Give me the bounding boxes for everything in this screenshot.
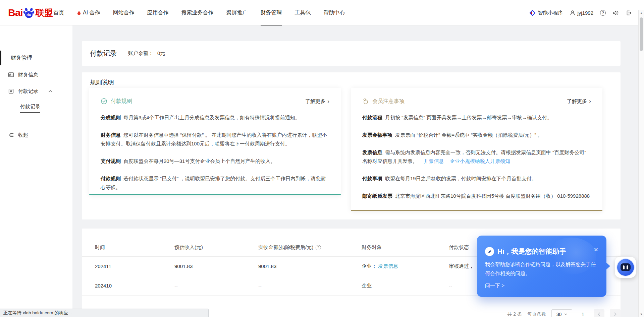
sidebar-item-finance-info[interactable]: 财务信息 [8, 70, 38, 80]
assistant-message: 我会帮助您诊断合作链路问题，以及解答您关于任何合作相关的问题。 [485, 260, 598, 278]
payment-rules-title: 付款规则 [111, 98, 132, 105]
user-account[interactable]: jyj1992 [570, 10, 593, 16]
sidebar-item-payment-records[interactable]: 付款记录 [8, 86, 38, 96]
cell-estimated: -- [174, 283, 258, 289]
navbar-right-cluster: 智能小程序 jyj1992 ? [529, 0, 632, 25]
chevron-up-icon[interactable] [48, 88, 53, 94]
miniprogram-icon [529, 10, 536, 16]
sidebar-section-finance[interactable]: 财务管理 [11, 53, 32, 63]
nav-item-help-center[interactable]: 帮助中心 [324, 0, 345, 25]
browser-status-bar: 正在等待 xlab.baidu.com 的响应... [0, 309, 209, 317]
note-item: 发票金额事项发票票面 “价税合计” 金额=系统中 “实收金额（扣除税费后/元）”… [362, 131, 591, 139]
nav-item-finance[interactable]: 财务管理 [261, 0, 282, 25]
member-notes-icon [362, 98, 369, 105]
select-caret-icon [564, 313, 567, 315]
col-estimated-income: 预估收入(元) [174, 244, 258, 251]
sidebar-subitem-payment-records[interactable]: 付款记录 [20, 103, 40, 113]
member-notes-more-link[interactable]: 了解更多 › [567, 98, 591, 105]
payment-rules-card: 付款规则 了解更多 › 分成规则每月第3或4个工作日产出上月分成信息及发票信息，… [89, 88, 341, 195]
prev-page-button[interactable] [594, 309, 604, 317]
rules-panel: 规则说明 付款规则 了解更多 › 分成规则每月第3或4个工作日产出上月分成信息及… [82, 72, 621, 219]
note-item: 付款事项联盟在每月19日之后签收的发票，付款时间安排在下个月首批支付。 [362, 174, 591, 183]
baidu-union-finance-page: Bai du 联盟 首页 AI 合作 网站合作 [0, 0, 644, 317]
page-header-panel: 付款记录 账户余额： 0元 [82, 41, 621, 66]
cell-entity: 企业：发票信息 [362, 263, 449, 269]
chevron-right-icon: › [589, 98, 591, 104]
left-sidebar: 财务管理 财务信息 付款记录 [0, 25, 72, 317]
smart-assistant-popup: Hi，我是您的智能助手 ✕ 我会帮助您诊断合作链路问题，以及解答您关于任何合作相… [477, 236, 606, 297]
assistant-title: Hi，我是您的智能助手 [497, 247, 567, 256]
rule-item: 分成规则每月第3或4个工作日产出上月分成信息及发票信息，如有特殊情况将提前通知。 [101, 113, 329, 122]
cell-estimated: 9001.83 [174, 263, 258, 269]
cell-time: 202410 [95, 283, 174, 289]
scrollbar-thumb[interactable] [640, 17, 643, 51]
baidu-union-logo[interactable]: Bai du 联盟 [8, 0, 53, 25]
nav-item-website[interactable]: 网站合作 [113, 0, 135, 25]
nav-item-search-business[interactable]: 搜索业务合作 [181, 0, 214, 25]
user-icon [570, 10, 576, 16]
nav-item-toolkit[interactable]: 工具包 [295, 0, 311, 25]
cell-actual: 9001.83 [258, 263, 362, 269]
balance-value: 0元 [157, 50, 165, 57]
main-navigation: 首页 AI 合作 网站合作 应用合作 搜索业务合作 聚屏推广 财务管理 工具包 … [53, 0, 345, 25]
robot-face-icon [621, 263, 631, 271]
note-item: 邮寄纸质发票北京市海淀区西北旺东路10号院百度科技园5号楼 百度联盟财务组（收）… [362, 192, 591, 200]
receipt-badge-icon [8, 88, 14, 94]
page-title: 付款记录 [90, 49, 117, 58]
logo-bai-text: Bai [8, 7, 23, 18]
scroll-up-arrow[interactable]: ▲ [639, 11, 644, 15]
nav-item-ai[interactable]: AI 合作 [77, 0, 100, 25]
nav-item-app[interactable]: 应用合作 [147, 0, 169, 25]
smart-miniprogram-entry[interactable]: 智能小程序 [529, 10, 563, 16]
col-actual-amount: 实收金额(扣除税费后/元) ? [258, 244, 362, 251]
flame-icon [77, 10, 81, 16]
column-help-icon[interactable]: ? [316, 245, 321, 250]
active-section-indicator [0, 51, 1, 65]
cell-time: 202411 [95, 263, 174, 269]
note-item: 付款流程月初按 “发票信息” 页面开具发票→上传发票→邮寄发票→审核→确认支付。 [362, 113, 591, 122]
logo-union-text: 联盟 [36, 7, 53, 19]
close-icon[interactable]: ✕ [594, 246, 598, 253]
payment-rules-more-link[interactable]: 了解更多 › [305, 98, 329, 105]
logout-icon[interactable] [626, 10, 632, 16]
nav-item-home[interactable]: 首页 [53, 0, 64, 25]
next-page-button[interactable] [610, 309, 621, 317]
rule-item: 财务信息您可以在财务信息中选择 “保留付款” 。 在此期间您产生的收入将在账户内… [101, 131, 329, 148]
pagination: 共 2 条 每页条数 30 1 [507, 309, 621, 317]
member-notes-card: 会员注意事项 了解更多 › 付款流程月初按 “发票信息” 页面开具发票→上传发票… [351, 88, 602, 211]
col-time: 时间 [95, 244, 174, 251]
ask-now-link[interactable]: 问一下 > [485, 282, 504, 289]
per-page-select[interactable]: 30 [551, 309, 572, 317]
sidebar-divider [0, 126, 72, 126]
rule-item: 支付规则百度联盟会在每月20号—31号支付企业会员上个自然月产生的收入。 [101, 157, 329, 166]
invoice-info-link[interactable]: 开票信息 [424, 158, 444, 164]
cell-actual: -- [258, 283, 362, 289]
invoice-info-table-link[interactable]: 发票信息 [378, 263, 398, 269]
per-page-label: 每页条数 [527, 311, 546, 317]
chevron-right-icon: › [327, 98, 329, 104]
sound-icon[interactable] [612, 10, 619, 16]
popup-pointer [606, 262, 610, 270]
note-item: 发票信息需与系统内发票信息内容完全一致，否则无法支付。请根据发票信息页面中 “百… [362, 148, 591, 166]
col-finance-entity: 财务对象 [362, 244, 449, 251]
total-count: 共 2 条 [507, 311, 522, 317]
cell-entity: 企业 [362, 282, 449, 289]
page-number-1[interactable]: 1 [578, 309, 588, 317]
scroll-down-arrow[interactable]: ▼ [639, 313, 644, 316]
baidu-paw-icon: du [23, 7, 35, 18]
sidebar-collapse-button[interactable]: 收起 [8, 130, 28, 140]
assistant-robot-avatar[interactable] [615, 257, 636, 278]
nav-item-screen-promo[interactable]: 聚屏推广 [226, 0, 248, 25]
top-navbar: Bai du 联盟 首页 AI 合作 网站合作 [0, 0, 644, 25]
compass-icon [485, 247, 494, 256]
svg-text:du: du [26, 13, 31, 17]
payment-rules-icon [101, 98, 107, 105]
member-notes-title: 会员注意事项 [372, 98, 405, 105]
id-card-icon [8, 72, 14, 78]
vertical-scrollbar: ▲ ▼ [638, 10, 644, 317]
rules-heading: 规则说明 [90, 78, 114, 86]
balance-label: 账户余额： [128, 50, 153, 57]
help-icon[interactable]: ? [600, 10, 606, 16]
rule-item: 付款规则若付款状态显示 “已支付” ，说明联盟已安排了您的付款。支付后三个工作日… [101, 174, 329, 192]
small-taxpayer-guide-link[interactable]: 企业小规模纳税人开票须知 [450, 158, 510, 164]
